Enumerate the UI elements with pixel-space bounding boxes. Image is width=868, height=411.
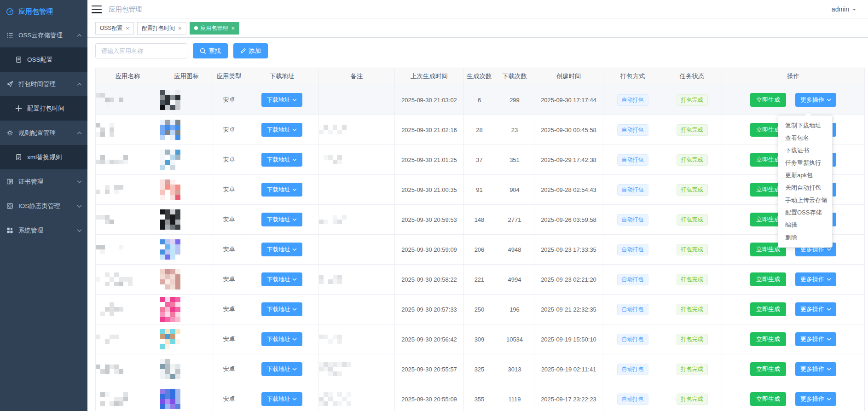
user-menu[interactable]: admin	[832, 6, 856, 13]
chevron-down-icon	[292, 278, 297, 281]
breadcrumb: 应用包管理	[109, 5, 142, 14]
dropdown-item-view-package-name[interactable]: 查看包名	[778, 132, 832, 144]
dropdown-item-edit[interactable]: 编辑	[778, 219, 832, 231]
more-actions-button[interactable]: 更多操作	[795, 272, 836, 286]
sidebar-item-xml-rule[interactable]: xml替换规则	[0, 145, 87, 169]
chevron-down-icon	[292, 218, 297, 221]
download-url-button[interactable]: 下载地址	[261, 123, 302, 137]
sidebar-item-rule-config[interactable]: 规则配置管理	[0, 121, 87, 145]
active-dot-icon	[194, 26, 198, 30]
app-type: 安卓	[223, 306, 235, 313]
toolbar: 查找 添加	[95, 43, 268, 58]
col-app-icon: 应用图标	[160, 68, 213, 85]
sidebar-item-oss-cloud[interactable]: OSS云存储管理	[0, 23, 87, 47]
more-actions-button[interactable]: 更多操作	[795, 332, 836, 346]
search-input[interactable]	[95, 43, 187, 58]
tab-oss-config[interactable]: OSS配置 ×	[95, 22, 134, 35]
app-type: 安卓	[223, 156, 235, 163]
table-row: 安卓 下载地址 2025-09-30 20:59:53 148 2771 202…	[96, 205, 865, 235]
download-url-button[interactable]: 下载地址	[261, 93, 302, 107]
close-icon[interactable]: ×	[231, 25, 235, 31]
generate-count: 325	[464, 354, 495, 384]
more-actions-button[interactable]: 更多操作	[795, 362, 836, 376]
more-actions-button[interactable]: 更多操作	[795, 93, 836, 107]
table-row: 安卓 下载地址 2025-09-30 20:55:09 355 1119 202…	[96, 384, 865, 411]
table-row: 安卓 下载地址 2025-09-30 21:03:02 6 299 2025-0…	[96, 85, 865, 115]
created-time: 2025-09-30 00:45:58	[534, 115, 603, 145]
dropdown-item-delete[interactable]: 删除	[778, 231, 832, 243]
more-actions-button[interactable]: 更多操作	[795, 302, 836, 316]
dropdown-item-copy-url[interactable]: 复制下载地址	[778, 119, 832, 132]
app-type: 安卓	[223, 395, 235, 402]
document-icon	[15, 56, 22, 63]
download-count: 3013	[495, 354, 534, 384]
tab-pack-time-config[interactable]: 配置打包时间 ×	[137, 22, 186, 35]
generate-now-button[interactable]: 立即生成	[750, 392, 786, 406]
generate-now-button[interactable]: 立即生成	[750, 272, 786, 286]
download-url-button[interactable]: 下载地址	[261, 213, 302, 226]
gear-icon	[6, 129, 13, 136]
document-icon	[15, 154, 22, 161]
pack-mode-badge: 自动打包	[617, 154, 648, 166]
pack-mode-badge: 自动打包	[617, 364, 648, 375]
col-remark: 备注	[319, 68, 395, 85]
app-type: 安卓	[223, 216, 235, 223]
sidebar-logo: 应用包管理	[0, 0, 87, 23]
sidebar-item-ios-static-page[interactable]: IOS静态页管理	[0, 194, 87, 218]
chevron-down-icon	[827, 307, 831, 311]
download-url-button[interactable]: 下载地址	[261, 392, 302, 406]
dropdown-item-config-oss[interactable]: 配置OSS存储	[778, 206, 832, 219]
dropdown-item-disable-auto-pack[interactable]: 关闭自动打包	[778, 181, 832, 194]
send-icon	[6, 81, 13, 87]
sidebar-item-system[interactable]: 系统管理	[0, 218, 87, 243]
created-time: 2025-09-26 03:59:58	[534, 205, 603, 235]
download-count: 299	[495, 85, 534, 115]
download-url-button[interactable]: 下载地址	[261, 302, 302, 316]
generate-now-button[interactable]: 立即生成	[750, 302, 786, 316]
download-url-button[interactable]: 下载地址	[261, 153, 302, 167]
download-url-button[interactable]: 下载地址	[261, 362, 302, 376]
sidebar-item-oss-config[interactable]: OSS配置	[0, 47, 87, 72]
download-url-button[interactable]: 下载地址	[261, 183, 302, 197]
last-generated-time: 2025-09-30 20:55:57	[395, 354, 464, 384]
close-icon[interactable]: ×	[126, 25, 129, 31]
username: admin	[832, 6, 849, 13]
app-package-table: 应用名称 应用图标 应用类型 下载地址 备注 上次生成时间 生成次数 下载次数 …	[95, 68, 865, 411]
col-pack-mode: 打包方式	[603, 68, 662, 85]
dropdown-item-download-certificate[interactable]: 下载证书	[778, 144, 832, 156]
sidebar-item-pack-time-config[interactable]: 配置打包时间	[0, 96, 87, 121]
download-url-button[interactable]: 下载地址	[261, 332, 302, 346]
chevron-down-icon	[292, 98, 297, 102]
dropdown-item-rerun-task[interactable]: 任务重新执行	[778, 156, 832, 169]
task-status-badge: 打包完成	[677, 124, 708, 136]
generate-now-button[interactable]: 立即生成	[750, 362, 786, 376]
app-type: 安卓	[223, 276, 235, 283]
more-actions-button[interactable]: 更多操作	[795, 392, 836, 406]
dropdown-item-update-apk[interactable]: 更新apk包	[778, 169, 832, 181]
chevron-down-icon	[827, 98, 831, 102]
col-app-type: 应用类型	[213, 68, 245, 85]
row-actions: 立即生成 更多操作	[722, 272, 864, 286]
sidebar-item-certificate[interactable]: 证书管理	[0, 169, 87, 194]
search-button[interactable]: 查找	[193, 43, 228, 58]
hamburger-menu-icon[interactable]	[92, 6, 102, 13]
tab-app-package[interactable]: 应用包管理 ×	[190, 22, 240, 35]
sidebar-item-pack-time[interactable]: 打包时间管理	[0, 72, 87, 96]
generate-now-button[interactable]: 立即生成	[750, 332, 786, 346]
col-task-status: 任务状态	[662, 68, 722, 85]
generate-count: 355	[464, 384, 495, 411]
generate-now-button[interactable]: 立即生成	[750, 93, 786, 107]
col-actions: 操作	[722, 68, 865, 85]
pack-mode-badge: 自动打包	[617, 184, 648, 196]
chevron-down-icon	[292, 128, 297, 132]
add-button[interactable]: 添加	[233, 43, 268, 58]
remark-redacted	[319, 155, 394, 164]
download-url-button[interactable]: 下载地址	[261, 243, 302, 256]
app-type: 安卓	[223, 186, 235, 193]
download-url-button[interactable]: 下载地址	[261, 272, 302, 286]
created-time: 2025-09-29 17:42:38	[534, 145, 603, 175]
task-status-badge: 打包完成	[677, 154, 708, 166]
close-icon[interactable]: ×	[178, 25, 182, 31]
dropdown-item-manual-upload-cloud[interactable]: 手动上传云存储	[778, 194, 832, 206]
remark-redacted	[319, 362, 394, 376]
